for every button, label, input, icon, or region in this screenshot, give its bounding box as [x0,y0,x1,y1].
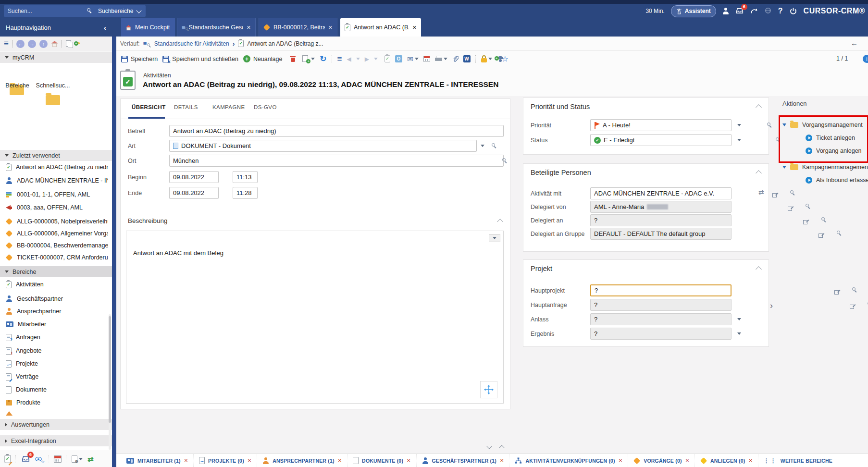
globe-icon[interactable] [764,7,772,15]
permissions-button[interactable] [481,55,492,62]
ergebnis-input[interactable]: ? [590,328,732,340]
ort-input[interactable]: München [169,155,504,167]
action-als-inbound-erfassen[interactable]: Als Inbound erfassen [806,177,868,184]
swap-contact-icon[interactable]: ⇄ [758,188,764,196]
ende-date-input[interactable]: 09.08.2022 [169,187,219,199]
close-icon[interactable]: ✕ [685,458,689,463]
collapse-bottom-icon[interactable] [486,443,492,449]
folder-icon[interactable] [46,95,60,105]
beginn-time-input[interactable]: 11:13 [233,171,258,183]
document-settings-button[interactable]: ⚙ [72,455,83,463]
close-icon[interactable]: ✕ [338,458,342,463]
next-record-icon[interactable]: ▶ [365,56,369,62]
save-and-close-button[interactable]: ✕Speichern und schließen [162,56,238,62]
chevron-down-icon[interactable] [737,124,741,126]
close-icon[interactable]: ✕ [748,458,752,463]
sidebar-item-anfragen[interactable]: ?Anfragen [0,332,108,342]
recent-item[interactable]: ALLG-0000006, Allgemeiner Vorgan [0,229,108,238]
betreff-input[interactable]: Antwort an ADAC (Beitrag zu niedrig) [169,125,504,137]
tab-antwort-an-adac[interactable]: Antwort an ADAC (B... ✕ [340,18,421,37]
sidebar-item-angebote[interactable]: !Angebote [0,346,108,356]
hauptprojekt-input[interactable]: ? [590,284,732,296]
prev-record-icon[interactable]: ◀ [347,56,351,62]
hauptanfrage-input[interactable]: ? [590,299,732,311]
sidebar-item-ansprechpartner[interactable]: Ansprechpartner [0,307,108,316]
mycrm-folder-schnellsuche[interactable]: Schnellsuc... [35,82,71,89]
open-record-icon[interactable] [788,206,793,211]
bottom-tab-geschaeftspartner[interactable]: GESCHÄFTSPARTNER (1)✕ [417,454,510,467]
sidebar-item-projekte[interactable]: Projekte [0,359,108,369]
status-input[interactable]: E - Erledigt [590,134,732,146]
ende-time-input[interactable]: 11:28 [233,187,258,199]
sidebar-item-geschaeftspartner[interactable]: Geschäftspartner [0,294,108,304]
sync-icon[interactable]: ⇄ [87,455,94,464]
email-button[interactable]: ✉ [407,55,419,62]
search-input[interactable]: Suchen... [4,5,97,17]
search-icon[interactable] [502,158,508,164]
delegiert-gruppe-input[interactable]: DEFAULT - DEFAULT The default group [590,228,732,240]
search-scope-dropdown[interactable]: Suchbereiche [93,5,146,17]
paperclip-icon[interactable] [452,56,459,62]
beginn-date-input[interactable]: 09.08.2022 [169,171,219,183]
expand-panel-icon[interactable]: › [770,301,773,311]
calendar-icon[interactable] [54,455,62,463]
search-icon[interactable] [805,203,812,210]
recent-item[interactable]: BB-0000004, Beschwerdemanagem [0,241,108,250]
bottom-tab-projekte[interactable]: PROJEKTE (0)✕ [194,454,257,467]
close-icon[interactable]: ✕ [184,458,188,463]
sidebar-scrollbar-thumb[interactable] [109,316,111,423]
search-icon[interactable] [836,230,843,237]
recent-item[interactable]: 0001-01, 1-1, OFFEN, AML [0,190,108,199]
mycrm-folder-bereiche[interactable]: Bereiche [0,82,35,89]
sidebar-item-dokumente[interactable]: Dokumente [0,385,108,394]
bottom-tab-mitarbeiter[interactable]: MITARBEITER (1)✕ [121,454,194,467]
recent-item[interactable]: ALLG-0000005, Nobelpreisverleihu [0,217,108,226]
tab-ds-gvo[interactable]: DS-GVO [254,104,277,110]
sidebar-item-aktivitaeten[interactable]: Aktivitäten [0,280,108,289]
action-group-vorgangsmanagement[interactable]: Vorgangsmanagement [782,122,863,128]
chevron-down-icon[interactable] [737,139,741,141]
open-record-icon[interactable] [803,219,808,224]
bottom-tab-dokumente[interactable]: DOKUMENTE (0)✕ [347,454,416,467]
copy-record-button[interactable]: + [302,55,315,62]
copy-icon[interactable] [66,40,73,48]
outlook-icon[interactable]: O [395,55,402,62]
open-record-icon[interactable] [818,233,824,238]
back-arrow-icon[interactable]: ← [851,39,858,47]
expand-bottom-icon[interactable] [499,445,504,450]
action-ticket-anlegen[interactable]: Ticket anlegen [806,135,855,141]
bottom-tab-ansprechpartner[interactable]: ANSPRECHPARTNER (1)✕ [257,454,347,467]
info-icon[interactable]: i [863,55,868,63]
anlass-input[interactable]: ? [590,313,732,325]
section-header-auswertungen[interactable]: Auswertungen [0,419,112,430]
close-icon[interactable]: ✕ [328,25,333,31]
action-group-kampagnenmanagement[interactable]: Kampagnenmanagement [782,164,868,171]
search-icon[interactable] [767,122,773,129]
close-icon[interactable]: ✕ [248,458,251,463]
open-record-icon[interactable] [772,192,778,197]
tab-mein-cockpit[interactable]: Mein Cockpit [121,18,175,37]
sidebar-item-mitarbeiter[interactable]: Mitarbeiter [0,320,108,329]
collapse-nav-icon[interactable]: ‹ [104,24,106,32]
task-check-icon[interactable] [384,55,390,62]
breadcrumb-link[interactable]: Standardsuche für Aktivitäten [154,40,229,47]
favorite-star-icon[interactable]: ☆ [502,54,508,63]
open-record-icon[interactable] [850,304,855,309]
save-button[interactable]: Speichern [121,56,158,62]
beschreibung-textarea[interactable]: Antwort an ADAC mit dem Beleg [126,231,504,404]
help-button[interactable]: ? [778,7,783,15]
inbox-button[interactable]: 6 [21,455,30,464]
power-icon[interactable] [789,7,797,15]
bottom-tab-anliegen[interactable]: ANLIEGEN (0)✕ [695,454,758,467]
refresh-icon[interactable]: ↻ [320,54,326,64]
tab-details[interactable]: DETAILS [174,104,198,110]
recent-item[interactable]: Antwort an ADAC (Beitrag zu niedri [0,162,108,172]
prioritaet-input[interactable]: A - Heute! [590,119,732,131]
close-icon[interactable]: ✕ [412,25,417,31]
home-icon[interactable] [51,40,58,47]
user-icon[interactable] [722,8,729,14]
delegiert-an-input[interactable]: ? [590,214,732,226]
chevron-down-icon[interactable] [356,58,360,60]
close-icon[interactable]: ✕ [500,458,504,463]
tab-uebersicht[interactable]: ÜBERSICHT [132,104,166,110]
